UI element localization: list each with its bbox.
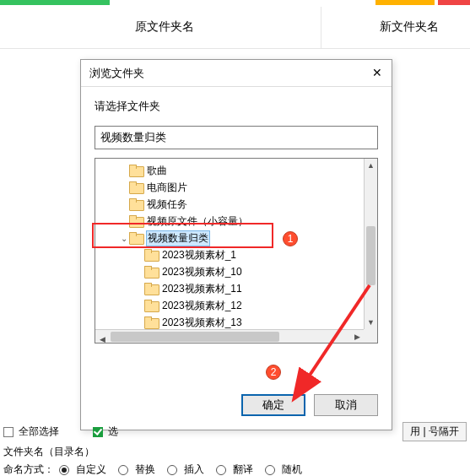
naming-radio[interactable] <box>118 465 128 475</box>
scroll-left-icon[interactable]: ◀ <box>95 333 109 343</box>
tree-item[interactable]: 视频原文件（小容量） <box>95 213 364 230</box>
naming-radio[interactable] <box>167 465 177 475</box>
horizontal-scrollbar[interactable]: ◀ ▶ <box>95 329 364 343</box>
scroll-down-icon[interactable]: ▼ <box>365 316 377 329</box>
vscroll-thumb[interactable] <box>366 226 375 285</box>
folder-icon <box>144 283 158 295</box>
selected-path-field[interactable]: 视频数量归类 <box>95 126 378 149</box>
foldername-label: 文件夹名（目录名） <box>3 445 95 459</box>
naming-radio-label: 翻译 <box>233 462 253 476</box>
tree-item[interactable]: 2023视频素材_13 <box>95 314 364 329</box>
tree-item[interactable]: 视频任务 <box>95 196 364 213</box>
folder-icon <box>129 198 143 210</box>
separator-button[interactable]: 用 | 号隔开 <box>402 422 467 441</box>
folder-icon <box>129 181 143 193</box>
tree-item-label: 2023视频素材_10 <box>161 265 243 279</box>
select-all-label: 全部选择 <box>19 425 59 439</box>
dialog-titlebar: 浏览文件夹 ✕ <box>81 60 392 87</box>
option-checkbox-label: 选 <box>108 425 118 439</box>
tree-item-label: 视频任务 <box>146 197 188 212</box>
naming-radio[interactable] <box>216 465 226 475</box>
tree-item-label: 电商图片 <box>146 181 188 195</box>
expand-icon[interactable]: ⌄ <box>119 234 129 243</box>
folder-icon <box>144 249 158 261</box>
naming-radio-label: 随机 <box>282 462 302 476</box>
naming-radio-label: 插入 <box>184 462 204 476</box>
folder-icon <box>129 215 143 227</box>
tree-item[interactable]: 2023视频素材_11 <box>95 280 364 297</box>
scroll-up-icon[interactable]: ▲ <box>365 159 377 172</box>
bottom-options-panel: 全部选择 选 用 | 号隔开 文件夹名（目录名） 命名方式： 自定义替换插入翻译… <box>0 420 470 476</box>
folder-tree[interactable]: 歌曲电商图片视频任务视频原文件（小容量）⌄视频数量归类2023视频素材_1202… <box>95 158 378 343</box>
column-headers: 原文件夹名 新文件夹名 <box>0 7 470 49</box>
ok-button[interactable]: 确定 <box>241 394 305 416</box>
naming-mode-label: 命名方式： <box>3 462 54 476</box>
folder-icon <box>144 300 158 311</box>
option-checkbox[interactable] <box>93 427 103 437</box>
tree-item-label: 视频数量归类 <box>146 230 210 246</box>
scroll-corner <box>364 329 377 343</box>
hscroll-thumb[interactable] <box>111 332 279 342</box>
col-original-name: 原文件夹名 <box>135 19 194 35</box>
tree-item[interactable]: 2023视频素材_12 <box>95 297 364 314</box>
tree-item[interactable]: 2023视频素材_1 <box>95 246 364 263</box>
tree-item-label: 2023视频素材_11 <box>161 282 243 296</box>
folder-icon <box>129 165 143 176</box>
select-all-checkbox[interactable] <box>3 427 14 437</box>
tree-item[interactable]: ⌄视频数量归类 <box>95 230 364 246</box>
tree-item-label: 2023视频素材_1 <box>161 248 237 262</box>
naming-radio-label: 自定义 <box>76 462 106 476</box>
close-icon[interactable]: ✕ <box>368 63 386 82</box>
tree-item-label: 2023视频素材_12 <box>161 299 243 313</box>
naming-radio-label: 替换 <box>135 462 155 476</box>
naming-radio[interactable] <box>265 465 275 475</box>
top-accent-strip <box>0 0 470 5</box>
tree-item-label: 歌曲 <box>146 164 168 178</box>
dialog-subtitle: 请选择文件夹 <box>81 87 392 119</box>
scroll-right-icon[interactable]: ▶ <box>350 330 364 343</box>
cancel-button[interactable]: 取消 <box>314 394 378 416</box>
folder-icon <box>144 266 158 278</box>
tree-item[interactable]: 歌曲 <box>95 162 364 179</box>
tree-item[interactable]: 2023视频素材_10 <box>95 263 364 280</box>
tree-item[interactable]: 电商图片 <box>95 179 364 196</box>
folder-icon <box>144 316 158 328</box>
tree-item-label: 2023视频素材_13 <box>161 316 243 330</box>
tree-item-label: 视频原文件（小容量） <box>146 214 249 229</box>
naming-radio[interactable] <box>59 465 69 475</box>
folder-icon <box>129 232 143 244</box>
vertical-scrollbar[interactable]: ▲ ▼ <box>364 159 377 329</box>
col-new-name: 新文件夹名 <box>380 19 439 35</box>
browse-folder-dialog: 浏览文件夹 ✕ 请选择文件夹 视频数量归类 歌曲电商图片视频任务视频原文件（小容… <box>80 59 392 430</box>
dialog-title-text: 浏览文件夹 <box>89 67 144 79</box>
